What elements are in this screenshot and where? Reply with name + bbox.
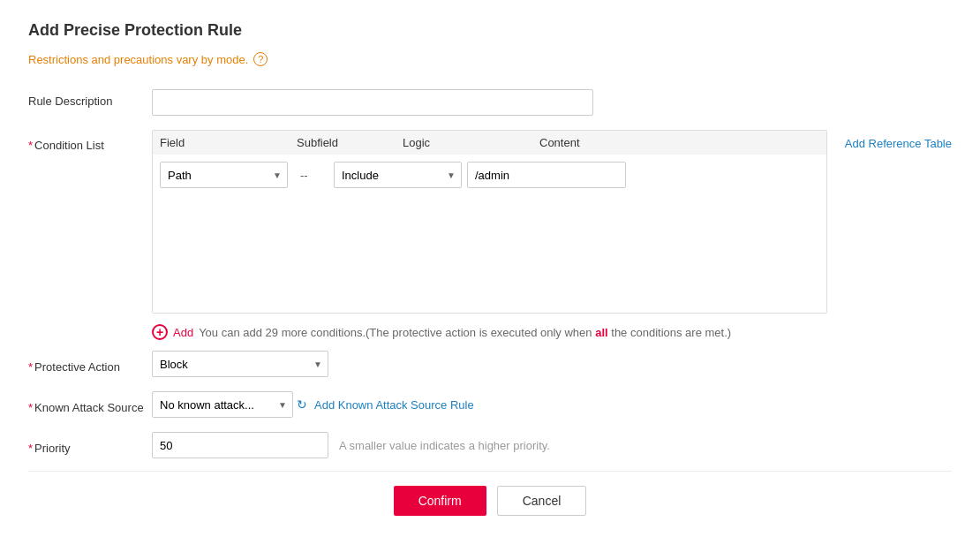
known-attack-select[interactable]: No known attack... (152, 391, 293, 418)
rule-description-row: Rule Description (28, 89, 952, 116)
condition-table: Field Subfield Logic Content Path URL (152, 130, 827, 314)
add-hint-text2: the conditions are met.) (611, 326, 731, 339)
content-input[interactable] (467, 162, 626, 188)
field-select-wrap: Path URL IP User Agent Referer Cookie He… (160, 162, 288, 188)
known-attack-label: *Known Attack Source (28, 396, 152, 414)
condition-table-header: Field Subfield Logic Content (152, 130, 827, 155)
field-select[interactable]: Path URL IP User Agent Referer Cookie He… (160, 162, 288, 188)
dialog: Add Precise Protection Rule Restrictions… (0, 0, 980, 537)
add-condition-label[interactable]: Add (173, 326, 193, 339)
warning-banner: Restrictions and precautions vary by mod… (28, 52, 952, 66)
protective-action-select-wrap: Block Allow Log ▼ (152, 351, 328, 377)
content-header: Content (539, 136, 819, 149)
priority-label: *Priority (28, 436, 152, 455)
refresh-icon[interactable]: ↻ (297, 397, 307, 412)
logic-select-wrap: Include Exclude Equal Not Equal ▼ (334, 162, 462, 188)
known-attack-source-row: *Known Attack Source No known attack... … (28, 391, 952, 418)
required-mark: * (28, 139, 33, 152)
help-icon[interactable]: ? (253, 52, 268, 66)
confirm-button[interactable]: Confirm (394, 486, 486, 516)
protective-action-select[interactable]: Block Allow Log (152, 351, 328, 377)
rule-description-wrap (152, 89, 952, 116)
condition-list-label: *Condition List (28, 130, 152, 152)
warning-text: Restrictions and precautions vary by mod… (28, 53, 248, 66)
known-attack-select-wrap: No known attack... ▼ (152, 391, 293, 418)
add-condition-row: + Add You can add 29 more conditions.(Th… (152, 321, 952, 344)
add-reference-link[interactable]: Add Reference Table (845, 132, 952, 150)
field-header: Field (160, 136, 297, 149)
condition-outer: Field Subfield Logic Content Path URL (152, 130, 952, 314)
subfield-header: Subfield (297, 136, 403, 149)
rule-description-input[interactable] (152, 89, 593, 116)
form-body: Rule Description *Condition List Field S… (28, 89, 952, 471)
required-mark-2: * (28, 360, 33, 374)
add-hint-text: You can add 29 more conditions.(The prot… (199, 326, 592, 339)
required-mark-3: * (28, 401, 33, 414)
add-known-attack-link[interactable]: Add Known Attack Source Rule (314, 398, 474, 412)
priority-hint: A smaller value indicates a higher prior… (339, 439, 550, 452)
rule-description-label: Rule Description (28, 89, 152, 108)
required-mark-4: * (28, 442, 33, 455)
dialog-title: Add Precise Protection Rule (28, 21, 952, 40)
priority-row: *Priority A smaller value indicates a hi… (28, 432, 952, 458)
add-condition-icon[interactable]: + (152, 324, 168, 340)
condition-list-section: *Condition List Field Subfield Logic Con… (28, 130, 952, 344)
all-keyword: all (595, 326, 607, 339)
logic-header: Logic (403, 136, 539, 149)
priority-input[interactable] (152, 432, 328, 458)
logic-select[interactable]: Include Exclude Equal Not Equal (334, 162, 462, 188)
subfield-dash: -- (293, 169, 328, 182)
cancel-button[interactable]: Cancel (497, 486, 587, 516)
condition-right: Field Subfield Logic Content Path URL (152, 130, 952, 344)
condition-table-body: Path URL IP User Agent Referer Cookie He… (152, 155, 827, 314)
add-condition-hint: You can add 29 more conditions.(The prot… (199, 326, 731, 339)
add-reference-wrap: Add Reference Table (827, 130, 952, 150)
condition-row: Path URL IP User Agent Referer Cookie He… (160, 162, 819, 188)
protective-action-label: *Protective Action (28, 355, 152, 374)
footer: Confirm Cancel (28, 471, 952, 516)
protective-action-row: *Protective Action Block Allow Log ▼ (28, 351, 952, 377)
